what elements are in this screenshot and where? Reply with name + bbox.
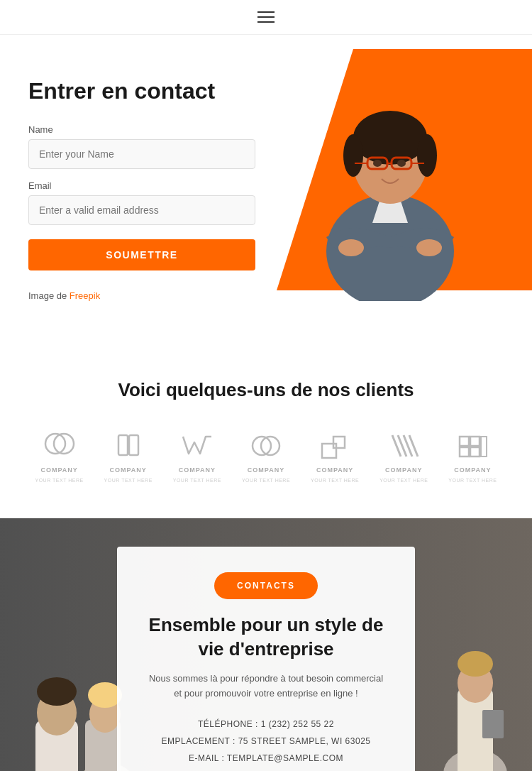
logo-label: COMPANY xyxy=(316,466,353,474)
svg-point-36 xyxy=(37,677,77,706)
name-field-group: Name xyxy=(28,124,255,169)
image-credit: Image de Freepik xyxy=(28,290,255,301)
cta-phone: TÉLÉPHONE : 1 (232) 252 55 22 xyxy=(145,716,387,733)
svg-point-15 xyxy=(416,239,442,256)
svg-point-14 xyxy=(338,239,364,256)
company-logo-1 xyxy=(40,430,79,462)
svg-rect-32 xyxy=(481,437,487,456)
email-field-group: Email xyxy=(28,180,255,225)
hero-decorative xyxy=(234,35,532,344)
svg-rect-23 xyxy=(333,437,345,448)
svg-rect-28 xyxy=(460,437,469,446)
list-item: COMPANY YOUR TEXT HERE xyxy=(35,430,83,483)
list-item: COMPANY YOUR TEXT HERE xyxy=(448,430,497,483)
logo-label: COMPANY xyxy=(385,466,422,474)
svg-point-12 xyxy=(373,160,382,167)
email-label: Email xyxy=(28,180,255,191)
cta-title: Ensemble pour un style de vie d'entrepri… xyxy=(145,613,387,662)
svg-rect-29 xyxy=(470,437,480,446)
logo-label: COMPANY xyxy=(40,466,77,474)
svg-rect-19 xyxy=(129,435,138,455)
header xyxy=(0,0,532,35)
hero-image xyxy=(255,35,525,305)
company-logo-7 xyxy=(453,430,492,462)
company-logo-4 xyxy=(246,430,286,462)
cta-contact-info: TÉLÉPHONE : 1 (232) 252 55 22 EMPLACEMEN… xyxy=(145,716,387,767)
svg-point-13 xyxy=(397,160,406,167)
cta-location: EMPLACEMENT : 75 STREET SAMPLE, WI 63025 xyxy=(145,733,387,750)
list-item: COMPANY YOUR TEXT HERE xyxy=(173,430,221,483)
clients-title: Voici quelques-uns de nos clients xyxy=(28,379,504,401)
logos-row: COMPANY YOUR TEXT HERE COMPANY YOUR TEXT… xyxy=(28,430,504,483)
svg-rect-31 xyxy=(470,447,480,456)
freepik-link[interactable]: Freepik xyxy=(70,290,100,301)
svg-rect-18 xyxy=(118,435,128,455)
cta-email: E-MAIL : TEMPLATE@SAMPLE.COM xyxy=(145,750,387,767)
company-logo-6 xyxy=(384,430,423,462)
cta-section: CONTACTS Ensemble pour un style de vie d… xyxy=(0,518,532,771)
svg-point-5 xyxy=(343,134,363,177)
svg-point-4 xyxy=(353,111,427,165)
list-item: COMPANY YOUR TEXT HERE xyxy=(379,430,428,483)
company-logo-3 xyxy=(177,430,217,462)
company-logo-5 xyxy=(315,430,355,462)
clients-section: Voici quelques-uns de nos clients COMPAN… xyxy=(0,344,532,518)
list-item: COMPANY YOUR TEXT HERE xyxy=(242,430,290,483)
svg-point-16 xyxy=(45,434,65,454)
svg-point-44 xyxy=(458,651,493,677)
svg-rect-30 xyxy=(460,447,469,456)
name-input[interactable] xyxy=(28,139,255,169)
company-logo-2 xyxy=(109,430,148,462)
cta-card: CONTACTS Ensemble pour un style de vie d… xyxy=(117,547,415,771)
hero-title: Entrer en contact xyxy=(28,77,255,104)
logo-label: COMPANY xyxy=(248,466,284,474)
submit-button[interactable]: SOUMETTRE xyxy=(28,239,255,270)
svg-point-6 xyxy=(417,134,437,177)
contacts-button[interactable]: CONTACTS xyxy=(214,572,318,599)
list-item: COMPANY YOUR TEXT HERE xyxy=(104,430,153,483)
logo-label: COMPANY xyxy=(179,466,216,474)
menu-icon[interactable] xyxy=(257,11,275,23)
name-label: Name xyxy=(28,124,255,135)
email-input[interactable] xyxy=(28,195,255,225)
list-item: COMPANY YOUR TEXT HERE xyxy=(311,430,359,483)
logo-label: COMPANY xyxy=(110,466,147,474)
svg-rect-45 xyxy=(482,710,504,738)
cta-description: Nous sommes là pour répondre à tout beso… xyxy=(145,672,387,701)
logo-label: COMPANY xyxy=(454,466,491,474)
svg-point-17 xyxy=(54,434,74,454)
hero-content: Entrer en contact Name Email SOUMETTRE I… xyxy=(28,77,255,301)
person-illustration xyxy=(277,38,504,301)
hero-section: Entrer en contact Name Email SOUMETTRE I… xyxy=(0,35,532,344)
